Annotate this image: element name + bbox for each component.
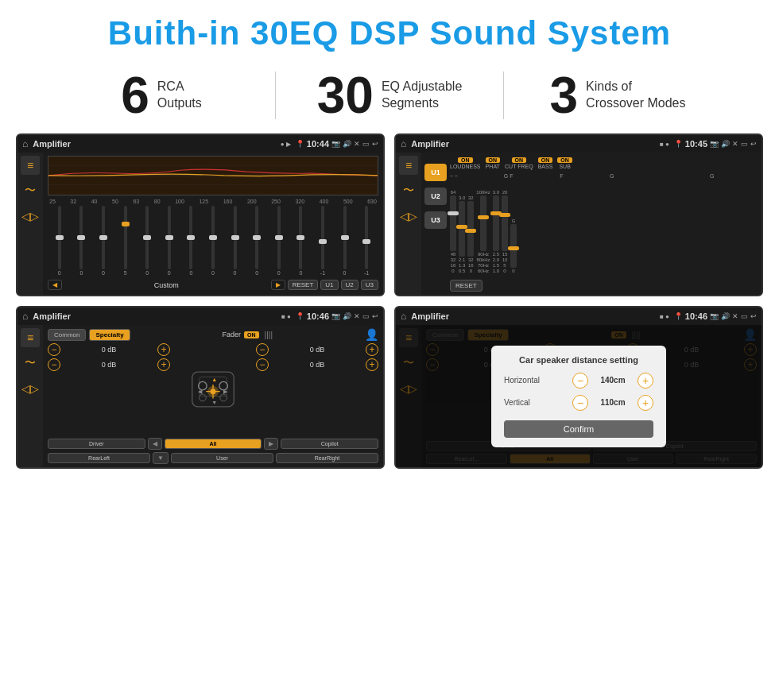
dialog-title: Car speaker distance setting <box>504 355 653 365</box>
wave-icon-2[interactable]: 〜 <box>399 181 418 200</box>
status-bar-4: ⌂ Amplifier ■ ● 📍 10:46 📷 🔊 ✕ ▭ ↩ <box>396 307 762 325</box>
driver-btn[interactable]: Driver <box>48 439 145 449</box>
user-btn[interactable]: User <box>171 453 273 463</box>
eq-icon-2[interactable]: ≡ <box>399 156 418 175</box>
camera-icon-3: 📷 <box>331 312 340 320</box>
back-icon-3[interactable]: ↩ <box>372 312 378 320</box>
specialty-tab[interactable]: Specialty <box>89 329 130 341</box>
svg-point-8 <box>200 394 207 401</box>
camera-icon-4: 📷 <box>710 312 719 320</box>
common-tab[interactable]: Common <box>48 329 86 341</box>
sub-label: SUB <box>559 164 570 169</box>
eq-icon[interactable]: ≡ <box>21 156 40 175</box>
u1-btn[interactable]: U1 <box>424 164 447 181</box>
svg-text:▼: ▼ <box>211 400 217 405</box>
distance-dialog: Car speaker distance setting Horizontal … <box>491 346 666 447</box>
rearleft-btn[interactable]: RearLeft <box>48 453 150 463</box>
cutfreq-on[interactable]: ON <box>512 157 527 163</box>
phat-toggle: ON PHAT <box>486 157 501 169</box>
vertical-minus-btn[interactable]: − <box>572 395 588 411</box>
vol-plus-3[interactable]: + <box>366 358 378 371</box>
eq-preset-label: Custom <box>64 281 269 289</box>
vol-minus-3[interactable]: − <box>256 358 269 371</box>
stat-rca: 6 RCA Outputs <box>48 70 275 121</box>
fader-left: − 0 dB + − 0 dB + <box>48 343 170 435</box>
cx-slider-cutfreq2: 3.0 2.5 2.0 1.5 1.0 <box>493 190 499 273</box>
home-icon-4[interactable]: ⌂ <box>401 311 406 322</box>
vol-row-1: − 0 dB + <box>48 358 170 371</box>
vol-plus-2[interactable]: + <box>366 343 378 356</box>
vol-minus-2[interactable]: − <box>256 343 269 356</box>
back-icon-1[interactable]: ↩ <box>372 140 378 148</box>
back-icon-4[interactable]: ↩ <box>750 312 757 320</box>
eq-slider-5: 0 <box>159 206 180 276</box>
sub-on[interactable]: ON <box>557 157 572 163</box>
svg-text:▲: ▲ <box>211 377 217 382</box>
vol-row-2: − 0 dB + <box>256 343 378 356</box>
vol-minus-0[interactable]: − <box>48 343 60 356</box>
vol-plus-1[interactable]: + <box>157 358 170 371</box>
person-icon[interactable]: 👤 <box>365 328 378 341</box>
x-icon-2: ✕ <box>732 140 738 148</box>
fader-right-arrow[interactable]: ▶ <box>264 438 278 450</box>
status-bar-3: ⌂ Amplifier ■ ● 📍 10:46 📷 🔊 ✕ ▭ ↩ <box>17 307 383 325</box>
eq-slider-7: 0 <box>203 206 223 276</box>
home-icon-3[interactable]: ⌂ <box>22 311 28 322</box>
wave-icon[interactable]: 〜 <box>21 181 40 200</box>
eq-slider-11: 0 <box>291 206 312 276</box>
bass-on[interactable]: ON <box>538 157 553 163</box>
u2-btn[interactable]: U2 <box>424 188 447 205</box>
eq-icon-3[interactable]: ≡ <box>21 328 40 347</box>
vol-icon-3[interactable]: ◁▷ <box>21 379 40 398</box>
vol-val-2: 0 dB <box>271 346 363 354</box>
all-btn[interactable]: All <box>165 439 262 449</box>
eq-slider-4: 0 <box>137 206 157 276</box>
eq-u1-btn[interactable]: U1 <box>320 280 338 290</box>
app-name-3: Amplifier <box>33 311 277 321</box>
back-icon-2[interactable]: ↩ <box>750 140 757 148</box>
status-icons-1: 📍 10:44 📷 🔊 ✕ ▭ ↩ <box>296 139 378 149</box>
home-icon-1[interactable]: ⌂ <box>22 138 28 149</box>
fader-left-arrow[interactable]: ◀ <box>148 438 162 450</box>
loudness-toggle: ON LOUDNESS <box>450 157 481 169</box>
svg-text:▶: ▶ <box>223 389 228 394</box>
x-icon-1: ✕ <box>354 140 360 148</box>
location-icon-3: 📍 <box>296 312 304 320</box>
eq-u3-btn[interactable]: U3 <box>361 280 378 290</box>
vol-plus-0[interactable]: + <box>157 343 170 356</box>
eq-reset-btn[interactable]: RESET <box>288 280 319 290</box>
app-name-4: Amplifier <box>411 311 655 321</box>
fader-down-arrow[interactable]: ▼ <box>153 452 169 464</box>
loudness-label: LOUDNESS <box>450 164 481 169</box>
eq-prev-btn[interactable]: ◀ <box>48 280 62 290</box>
cx-slider-cutfreq1: 100Hz 90Hz 80kHz 70Hz 60Hz <box>476 190 490 273</box>
vertical-plus-btn[interactable]: + <box>638 395 653 411</box>
home-icon-2[interactable]: ⌂ <box>401 138 406 149</box>
wave-icon-3[interactable]: 〜 <box>21 354 40 373</box>
eq-u2-btn[interactable]: U2 <box>341 280 358 290</box>
loudness-on[interactable]: ON <box>458 157 473 163</box>
vol-icon[interactable]: ◁▷ <box>21 207 40 226</box>
status-bar-1: ⌂ Amplifier ● ▶ 📍 10:44 📷 🔊 ✕ ▭ ↩ <box>17 135 383 153</box>
eq-slider-8: 0 <box>225 206 246 276</box>
rearright-btn[interactable]: RearRight <box>276 453 378 463</box>
copilot-btn[interactable]: Copilot <box>281 439 378 449</box>
fader-bottom-row-2: RearLeft ▼ User RearRight <box>48 452 378 464</box>
time-3: 10:46 <box>307 311 329 321</box>
side-icons-2: ≡ 〜 ◁▷ <box>396 153 421 295</box>
status-icons-4: 📍 10:46 📷 🔊 ✕ ▭ ↩ <box>674 311 757 321</box>
vol-minus-1[interactable]: − <box>48 358 60 371</box>
volume-icon-4: 🔊 <box>721 312 730 320</box>
eq-next-btn[interactable]: ▶ <box>271 280 285 290</box>
horizontal-minus-btn[interactable]: − <box>572 373 588 389</box>
side-icons-3: ≡ 〜 ◁▷ <box>17 325 43 467</box>
fader-on-badge[interactable]: ON <box>244 331 259 338</box>
u3-btn[interactable]: U3 <box>424 211 447 229</box>
vol-icon-2[interactable]: ◁▷ <box>399 207 418 226</box>
eq-slider-2: 0 <box>93 206 114 276</box>
vertical-value: 110cm <box>593 398 633 407</box>
confirm-button[interactable]: Confirm <box>504 420 653 438</box>
phat-on[interactable]: ON <box>486 157 501 163</box>
horizontal-plus-btn[interactable]: + <box>638 373 653 389</box>
cx-reset-btn[interactable]: RESET <box>450 280 483 292</box>
